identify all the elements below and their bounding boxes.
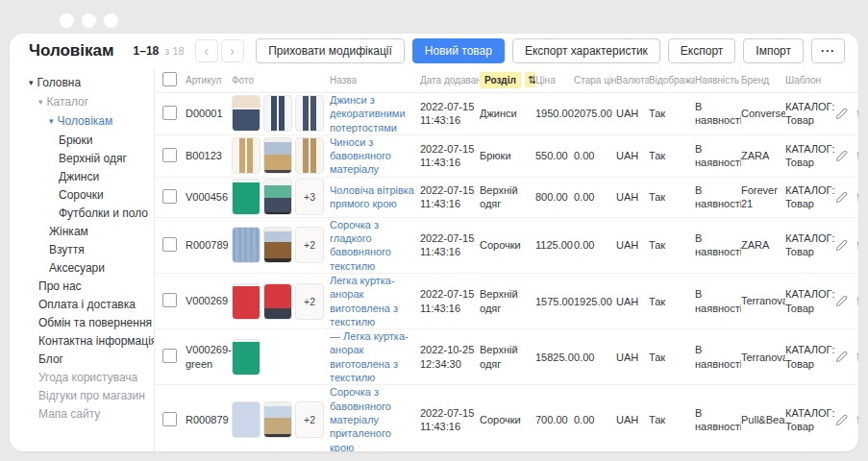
product-name-link[interactable]: Чоловіча вітрівка прямого крою xyxy=(330,183,415,211)
row-checkbox[interactable] xyxy=(162,412,177,426)
product-photo[interactable] xyxy=(263,137,292,174)
product-old-price: 0.00 xyxy=(574,239,616,251)
window-close-icon[interactable] xyxy=(60,13,74,28)
product-section: Джинси xyxy=(480,107,535,120)
delete-icon[interactable] xyxy=(856,239,858,252)
product-photo[interactable] xyxy=(232,227,260,263)
import-button[interactable]: Імпорт xyxy=(743,38,804,63)
product-brand: Converse xyxy=(741,107,785,120)
sidebar-item-kontaktna-informatsiia[interactable]: Контактна інформація xyxy=(10,332,154,351)
delete-icon[interactable] xyxy=(856,191,858,204)
more-photos-badge[interactable]: +2 xyxy=(295,227,324,263)
product-availability: В наявності xyxy=(695,231,741,259)
product-display: Так xyxy=(649,108,695,119)
sidebar-item-cholovikam[interactable]: ▾Чоловікам xyxy=(10,112,154,132)
chevron-down-icon[interactable]: ▾ xyxy=(49,115,54,128)
delete-icon[interactable] xyxy=(856,414,858,426)
product-price: 800.00 xyxy=(535,191,574,203)
product-photos xyxy=(232,95,330,132)
edit-icon[interactable] xyxy=(835,351,848,363)
row-checkbox[interactable] xyxy=(162,237,177,252)
product-date: 2022-07-15 11:43:16 xyxy=(420,100,480,128)
edit-icon[interactable] xyxy=(835,108,848,120)
product-sku: V000456 xyxy=(186,190,232,204)
product-photo[interactable] xyxy=(263,283,292,320)
more-actions-button[interactable]: ··· xyxy=(811,38,845,63)
sidebar-item-futbolky-polo[interactable]: Футболки и поло xyxy=(10,205,154,223)
delete-icon[interactable] xyxy=(856,108,858,120)
product-brand: ZARA xyxy=(741,238,785,252)
sidebar-item-verkhnii-odiah[interactable]: Верхній одяг xyxy=(10,150,154,168)
sidebar-item-mapa-saitu[interactable]: Мапа сайту xyxy=(10,405,154,424)
edit-icon[interactable] xyxy=(835,239,848,252)
more-photos-badge[interactable]: +2 xyxy=(295,401,324,438)
delete-icon[interactable] xyxy=(856,295,858,307)
product-photo[interactable] xyxy=(232,179,260,215)
product-photo[interactable] xyxy=(263,227,292,263)
table-row: V000269 +2 Легка куртка-анорак виготовле… xyxy=(155,274,858,329)
sidebar-item-obmin-povernennia[interactable]: Обмін та повернення xyxy=(10,314,154,332)
sidebar-item-pro-nas[interactable]: Про нас xyxy=(10,278,154,296)
next-page-button[interactable]: › xyxy=(221,39,244,62)
export-button[interactable]: Експорт xyxy=(668,38,735,63)
more-photos-badge[interactable]: +2 xyxy=(295,283,324,320)
product-name-link[interactable]: Легка куртка-анорак виготовлена з тексти… xyxy=(330,274,415,328)
product-brand: Terranova xyxy=(741,351,785,364)
sidebar-item-oplata-dostavka[interactable]: Оплата і доставка xyxy=(10,296,154,314)
more-photos-badge[interactable]: +3 xyxy=(295,179,324,215)
product-photo[interactable] xyxy=(295,95,324,132)
sidebar-item-uhoda-korystuvacha[interactable]: Угода користувача xyxy=(10,369,154,387)
export-characteristics-button[interactable]: Експорт характеристик xyxy=(512,38,660,63)
sidebar-item-dzhynsy[interactable]: Джинси xyxy=(10,168,154,186)
product-photo[interactable] xyxy=(232,401,260,438)
product-photo[interactable] xyxy=(232,137,260,174)
hide-modifications-button[interactable]: Приховати модифікації xyxy=(256,38,405,63)
product-photo[interactable] xyxy=(263,179,292,215)
select-all-checkbox[interactable] xyxy=(162,72,177,86)
edit-icon[interactable] xyxy=(835,414,848,426)
sidebar-item-zhinkam[interactable]: Жінкам xyxy=(10,223,154,241)
product-currency: UAH xyxy=(616,150,649,161)
row-checkbox[interactable] xyxy=(162,106,177,120)
sidebar-item-bloh[interactable]: Блог xyxy=(10,351,154,369)
row-checkbox[interactable] xyxy=(162,293,177,307)
product-sku: V000269 xyxy=(186,294,232,307)
delete-icon[interactable] xyxy=(856,150,858,162)
product-photo[interactable] xyxy=(263,401,292,438)
prev-page-button[interactable]: ‹ xyxy=(195,39,218,62)
table-row: V000269-green — Легка куртка-анорак виго… xyxy=(155,329,858,385)
product-photo[interactable] xyxy=(263,95,292,132)
product-photo[interactable] xyxy=(232,283,260,320)
sidebar-item-aksesuary[interactable]: Аксесуари xyxy=(10,259,154,278)
delete-icon[interactable] xyxy=(856,351,858,363)
product-name-link[interactable]: Джинси з декоративними потертостями xyxy=(330,93,415,134)
edit-icon[interactable] xyxy=(835,295,848,307)
sidebar-item-holovna[interactable]: ▾Головна xyxy=(10,74,154,93)
table-row: R000789 +2 Сорочка з гладкого бавовняног… xyxy=(155,218,858,274)
sidebar-item-vidhuky-pro-mahazyn[interactable]: Відгуки про магазин xyxy=(10,387,154,405)
chevron-down-icon[interactable]: ▾ xyxy=(29,77,34,89)
product-name-link[interactable]: Сорочка з гладкого бавовняного текстилю xyxy=(330,218,415,273)
product-name-link[interactable]: — Легка куртка-анорак виготовлена з текс… xyxy=(330,329,415,384)
product-photo[interactable] xyxy=(295,137,324,174)
product-photo[interactable] xyxy=(232,95,260,132)
chevron-down-icon[interactable]: ▾ xyxy=(38,96,43,109)
row-checkbox[interactable] xyxy=(162,148,177,162)
new-product-button[interactable]: Новий товар xyxy=(412,38,505,63)
sidebar-item-sorochky[interactable]: Сорочки xyxy=(10,186,154,205)
sort-icon[interactable]: ⇅ xyxy=(525,72,535,87)
sidebar-item-vzuttia[interactable]: Взуття xyxy=(10,241,154,259)
product-name-link[interactable]: Чиноси з бавовняного матеріалу xyxy=(330,135,415,177)
window-maximize-icon[interactable] xyxy=(104,13,118,28)
product-name-link[interactable]: Сорочка з бавовняного матеріалу притален… xyxy=(330,385,415,451)
edit-icon[interactable] xyxy=(835,191,848,204)
row-checkbox[interactable] xyxy=(162,189,177,204)
edit-icon[interactable] xyxy=(835,150,848,162)
section-sort-label[interactable]: Розділ xyxy=(480,72,521,88)
row-checkbox[interactable] xyxy=(162,349,177,363)
product-photo[interactable] xyxy=(232,339,260,376)
sidebar-item-briuky[interactable]: Брюки xyxy=(10,132,154,150)
window-minimize-icon[interactable] xyxy=(82,13,96,28)
product-photos xyxy=(232,137,330,174)
sidebar-item-kataloh[interactable]: ▾Каталог xyxy=(10,93,154,112)
